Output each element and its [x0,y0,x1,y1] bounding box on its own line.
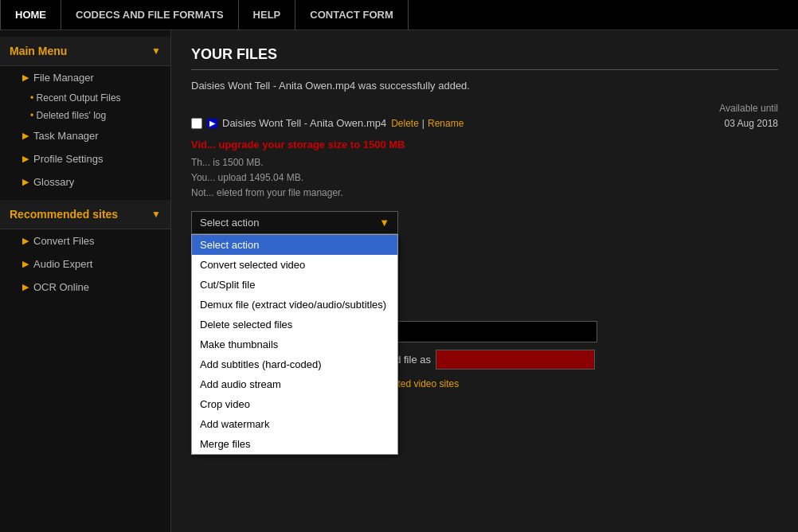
top-navigation: HOME CODECS AND FILE FORMATS HELP CONTAC… [0,0,798,30]
select-action-dropdown: Select action Convert selected video Cut… [191,234,398,455]
select-action-value: Select action [200,217,259,229]
nav-contact[interactable]: CONTACT FORM [295,0,408,29]
page-layout: Main Menu ▼ ▶ File Manager Recent Output… [0,30,798,532]
upgrade-header: Vid... upgrade your storage size to 1500… [191,139,778,151]
arrow-right-icon-7: ▶ [22,282,29,292]
dropdown-item-6[interactable]: Add subtitles (hard-coded) [192,354,397,374]
recommended-sites-header[interactable]: Recommended sites ▼ [0,200,170,229]
file-row: ▶ Daisies Wont Tell - Anita Owen.mp4 Del… [191,117,778,129]
rename-link[interactable]: Rename [428,118,464,129]
nav-codecs[interactable]: CODECS AND FILE FORMATS [61,0,239,29]
sidebar-item-recent-output[interactable]: Recent Output Files [0,89,170,107]
files-header: Available until [191,103,778,114]
main-menu-arrow-icon: ▼ [151,45,161,57]
sidebar-item-audio-expert[interactable]: ▶ Audio Expert [0,252,170,276]
main-menu-label: Main Menu [10,45,67,57]
file-checkbox[interactable] [191,118,202,129]
nav-help[interactable]: HELP [239,0,296,29]
video-icon: ▶ [207,119,217,128]
sidebar-item-file-manager[interactable]: ▶ File Manager [0,66,170,89]
rename-input[interactable] [436,350,595,370]
recommended-sites-label: Recommended sites [10,208,118,221]
arrow-right-icon-6: ▶ [22,259,29,269]
upgrade-notice: Vid... upgrade your storage size to 1500… [191,139,778,201]
sidebar-item-deleted-files[interactable]: Deleted files' log [0,107,170,124]
dropdown-item-4[interactable]: Delete selected files [192,315,397,334]
nav-home[interactable]: HOME [0,0,61,29]
select-action-container: Select action ▼ Select action Convert se… [191,211,398,234]
sidebar-item-ocr-online[interactable]: ▶ OCR Online [0,276,170,299]
dropdown-item-3[interactable]: Demux file (extract video/audio/subtitle… [192,295,397,315]
sidebar: Main Menu ▼ ▶ File Manager Recent Output… [0,30,171,532]
select-action-trigger[interactable]: Select action ▼ [191,211,398,234]
dropdown-item-2[interactable]: Cut/Split file [192,275,397,295]
main-menu-header[interactable]: Main Menu ▼ [0,37,170,66]
file-actions: Delete | Rename [391,118,464,129]
arrow-right-icon-3: ▶ [22,154,29,164]
delete-link[interactable]: Delete [391,118,419,129]
dropdown-item-8[interactable]: Crop video [192,394,397,414]
success-message: Daisies Wont Tell - Anita Owen.mp4 was s… [191,80,778,92]
file-date: 03 Aug 2018 [683,118,778,129]
dropdown-item-10[interactable]: Merge files [192,434,397,454]
dropdown-item-7[interactable]: Add audio stream [192,374,397,394]
arrow-right-icon-4: ▶ [22,177,29,187]
file-name: Daisies Wont Tell - Anita Owen.mp4 [222,117,386,129]
dropdown-item-9[interactable]: Add watermark [192,414,397,434]
sidebar-item-convert-files[interactable]: ▶ Convert Files [0,229,170,252]
file-row-left: ▶ Daisies Wont Tell - Anita Owen.mp4 Del… [191,117,464,129]
recommended-arrow-icon: ▼ [151,209,161,220]
select-dropdown-icon: ▼ [379,217,389,229]
sidebar-item-glossary[interactable]: ▶ Glossary [0,170,170,194]
arrow-right-icon-2: ▶ [22,131,29,141]
dropdown-item-0[interactable]: Select action [192,235,397,255]
sidebar-item-task-manager[interactable]: ▶ Task Manager [0,124,170,147]
arrow-right-icon-5: ▶ [22,236,29,246]
available-until-label: Available until [719,103,778,114]
dropdown-item-5[interactable]: Make thumbnails [192,334,397,354]
dropdown-item-1[interactable]: Convert selected video [192,255,397,275]
sidebar-item-profile-settings[interactable]: ▶ Profile Settings [0,147,170,170]
page-title: YOUR FILES [191,46,778,70]
main-content: YOUR FILES Daisies Wont Tell - Anita Owe… [171,30,798,532]
arrow-right-icon: ▶ [22,72,29,83]
